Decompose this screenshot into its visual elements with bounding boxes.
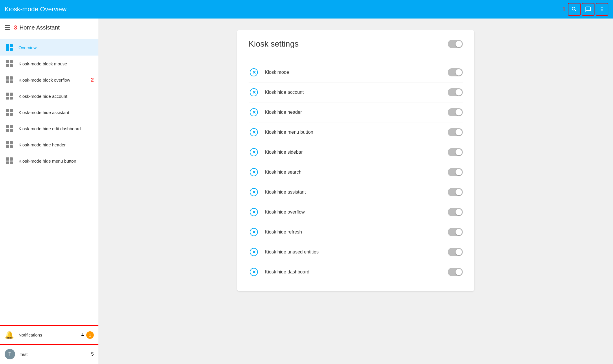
nav-label-hide-assistant: Kiosk-mode hide assistant [19,110,94,115]
sidebar-item-overview[interactable]: Overview [0,39,98,56]
hide-menu-toggle[interactable] [448,128,463,136]
sidebar: ☰ 3 Home Assistant Overview [0,19,98,364]
grid-icon-5 [5,124,14,133]
notifications-label: Notifications [19,332,81,337]
hide-overflow-toggle[interactable] [448,208,463,216]
hide-refresh-icon: ✕ [249,227,259,237]
sidebar-nav: Overview Kiosk-mode block mouse Kiosk-mo… [0,37,98,326]
settings-row-hide-account: ✕ Kiosk hide account [249,82,463,102]
main-layout: ☰ 3 Home Assistant Overview [0,19,613,364]
settings-row-kiosk-mode: ✕ Kiosk mode [249,62,463,82]
hide-header-label: Kiosk hide header [265,110,448,115]
hide-account-icon: ✕ [249,87,259,98]
settings-header: Kiosk settings [249,39,463,53]
hide-unused-icon: ✕ [249,247,259,257]
hide-header-icon: ✕ [249,107,259,117]
top-header: Kiosk-mode Overview 1 6 7 8 [0,0,613,19]
nav-label-block-overflow: Kiosk-mode block overflow [19,78,89,82]
sidebar-header: ☰ 3 Home Assistant [0,19,98,37]
grid-icon-4 [5,108,14,117]
notification-count-badge: 1 [86,331,94,339]
grid-icon-6 [5,140,14,149]
hide-search-toggle[interactable] [448,168,463,176]
grid-icon-7 [5,156,14,166]
menu-icon[interactable]: ☰ [5,24,10,32]
user-label: Test [20,352,91,357]
settings-row-hide-search: ✕ Kiosk hide search [249,162,463,182]
sidebar-item-hide-assistant[interactable]: Kiosk-mode hide assistant [0,104,98,120]
sidebar-bottom: 🔔 Notifications 4 1 T Test 5 [0,326,98,364]
settings-row-hide-menu: ✕ Kiosk hide menu button [249,122,463,142]
hide-refresh-toggle[interactable] [448,228,463,236]
nav-label-hide-edit-dashboard: Kiosk-mode hide edit dashboard [19,126,94,131]
hide-overflow-icon: ✕ [249,207,259,217]
header-icons [568,3,608,16]
hide-sidebar-toggle[interactable] [448,148,463,156]
hide-overflow-label: Kiosk hide overflow [265,209,448,215]
settings-row-hide-sidebar: ✕ Kiosk hide sidebar [249,142,463,162]
settings-row-hide-header: ✕ Kiosk hide header [249,102,463,122]
settings-row-hide-overflow: ✕ Kiosk hide overflow [249,202,463,222]
settings-row-hide-assistant: ✕ Kiosk hide assistant [249,182,463,202]
kiosk-mode-label: Kiosk mode [265,70,448,75]
header-number: 1 [562,6,566,13]
hide-sidebar-label: Kiosk hide sidebar [265,150,448,155]
overview-icon [5,43,14,52]
user-badge: 5 [91,352,94,357]
sidebar-item-block-overflow[interactable]: Kiosk-mode block overflow 2 [0,72,98,88]
hide-assistant-toggle[interactable] [448,188,463,196]
chat-button[interactable] [582,3,594,16]
hide-refresh-label: Kiosk hide refresh [265,229,448,235]
bell-icon: 🔔 [5,330,14,339]
hide-account-toggle[interactable] [448,88,463,96]
sidebar-item-hide-header[interactable]: Kiosk-mode hide header [0,137,98,153]
hide-assistant-label: Kiosk hide assistant [265,190,448,195]
hide-unused-label: Kiosk hide unused entities [265,249,448,255]
sidebar-item-hide-edit-dashboard[interactable]: Kiosk-mode hide edit dashboard [0,120,98,137]
sidebar-item-hide-account[interactable]: Kiosk-mode hide account [0,88,98,104]
hide-menu-label: Kiosk hide menu button [265,130,448,135]
hide-sidebar-icon: ✕ [249,147,259,157]
hide-account-label: Kiosk hide account [265,90,448,95]
sidebar-title: Home Assistant [19,24,60,31]
sidebar-notifications[interactable]: 🔔 Notifications 4 1 [0,326,98,344]
user-avatar: T [5,349,15,359]
hide-dashboard-label: Kiosk hide dashboard [265,269,448,275]
grid-icon-3 [5,91,14,101]
search-button[interactable] [568,3,581,16]
nav-label-hide-header: Kiosk-mode hide header [19,142,94,147]
settings-row-hide-dashboard: ✕ Kiosk hide dashboard [249,262,463,282]
hide-search-label: Kiosk hide search [265,170,448,175]
settings-row-hide-refresh: ✕ Kiosk hide refresh [249,222,463,242]
hide-header-toggle[interactable] [448,108,463,116]
hide-assistant-icon: ✕ [249,187,259,197]
hide-dashboard-toggle[interactable] [448,268,463,276]
hide-search-icon: ✕ [249,167,259,177]
settings-card: Kiosk settings ✕ Kiosk mode ✕ Kiosk hide… [237,30,474,291]
settings-row-hide-unused: ✕ Kiosk hide unused entities [249,242,463,262]
grid-icon-1 [5,59,14,68]
hide-dashboard-icon: ✕ [249,267,259,277]
sidebar-item-hide-menu-button[interactable]: Kiosk-mode hide menu button [0,153,98,169]
nav-label-overview: Overview [19,45,94,50]
grid-icon-2 [5,75,14,84]
sidebar-user[interactable]: T Test 5 [0,344,98,364]
nav-label-block-mouse: Kiosk-mode block mouse [19,61,94,66]
notifications-badge: 4 [81,332,84,338]
kiosk-mode-toggle[interactable] [448,68,463,76]
settings-title: Kiosk settings [249,39,299,49]
header-title: Kiosk-mode Overview [5,5,562,13]
nav-label-hide-account: Kiosk-mode hide account [19,94,94,99]
sidebar-badge: 3 [14,24,17,31]
content-area: Kiosk settings ✕ Kiosk mode ✕ Kiosk hide… [98,19,613,364]
sidebar-item-block-mouse[interactable]: Kiosk-mode block mouse [0,56,98,72]
hide-menu-icon: ✕ [249,127,259,137]
nav-badge-overflow: 2 [91,77,94,83]
kiosk-settings-main-toggle[interactable] [448,40,463,48]
nav-label-hide-menu-button: Kiosk-mode hide menu button [19,159,94,163]
kiosk-mode-icon: ✕ [249,67,259,78]
more-button[interactable] [596,3,608,16]
hide-unused-toggle[interactable] [448,248,463,256]
